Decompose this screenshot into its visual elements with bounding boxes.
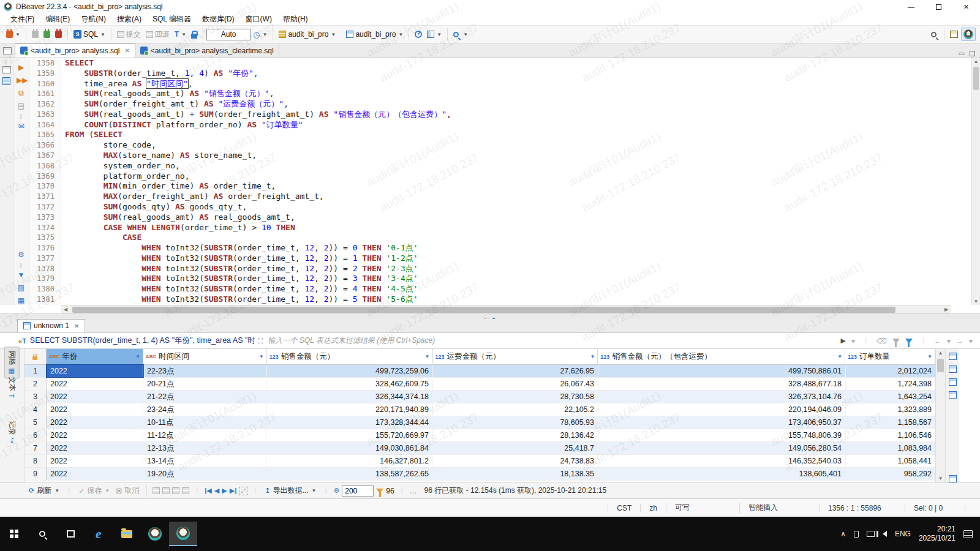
export-data-button[interactable]: ↥导出数据...▼ [263, 485, 318, 497]
file-explorer-button[interactable] [113, 522, 141, 546]
table-cell[interactable]: 146,352,540.03 [598, 455, 846, 467]
panel-value-viewer-icon[interactable] [949, 353, 957, 360]
table-cell[interactable]: 26,067.43 [433, 378, 598, 390]
connection-combo[interactable]: audit_bi_pro▼ [277, 29, 337, 40]
results-tab[interactable]: unknown 1 ✕ [17, 319, 85, 332]
code-line[interactable]: 1380 WHEN toInt32(SUBSTR(order_time_t, 1… [29, 284, 971, 294]
back-arrow-icon[interactable]: ← [934, 337, 941, 345]
menu-item[interactable]: SQL 编辑器 [147, 13, 197, 26]
table-cell[interactable]: 28,730.58 [433, 391, 598, 403]
next-row-icon[interactable]: ▶ [222, 487, 227, 495]
caret-position[interactable]: 1356 : 1 : 55896 [819, 504, 905, 512]
insert-mode-indicator[interactable]: 智能插入 [739, 503, 819, 513]
table-cell[interactable]: 499,750,886.01 [598, 365, 846, 377]
table-cell[interactable]: 155,748,806.39 [598, 429, 846, 441]
table-cell[interactable]: 22,105.2 [433, 403, 598, 416]
code-line[interactable]: 1371 MAX(order_freight_amt) AS order_fre… [29, 192, 971, 202]
explain-plan-icon[interactable]: ▤ [17, 102, 26, 110]
column-header[interactable]: ABC年份▼ [47, 349, 143, 364]
add-row-icon[interactable] [153, 487, 160, 494]
goto-row-icon[interactable]: ⤢ [239, 487, 247, 495]
start-button[interactable] [0, 522, 28, 546]
row-number[interactable]: 5 [24, 416, 47, 429]
delete-row-icon[interactable] [172, 487, 179, 494]
column-filter-arrow-icon[interactable]: ▼ [837, 354, 842, 359]
table-cell[interactable]: 1,643,254 [846, 391, 936, 403]
row-number[interactable]: 3 [24, 391, 47, 403]
table-row[interactable]: 7202212-13点149,030,861.8425,418.7149,056… [24, 442, 935, 455]
table-cell[interactable]: 13-14点 [143, 455, 267, 467]
tray-expand-chevron-icon[interactable]: ∧ [840, 530, 846, 538]
menu-item[interactable]: 导航(N) [75, 13, 111, 26]
fetch-size-input[interactable] [342, 485, 374, 497]
code-area[interactable]: 1358SELECT1359 SUBSTR(order_time_t, 1, 4… [29, 58, 971, 305]
maximize-button[interactable] [925, 0, 952, 13]
table-row[interactable]: 8202213-14点146,327,801.224,738.83146,352… [24, 455, 935, 468]
taskbar-search-button[interactable] [28, 522, 56, 546]
menu-item[interactable]: 编辑(E) [40, 13, 75, 26]
table-cell[interactable]: 2022 [47, 468, 143, 480]
expand-filter-icon[interactable]: ⛶ [258, 337, 263, 345]
table-cell[interactable]: 2022 [47, 403, 143, 416]
menu-item[interactable]: 搜索(A) [111, 13, 147, 26]
reconnect-button[interactable] [42, 29, 52, 39]
sql-editor-button[interactable]: SSQL▼ [72, 29, 107, 40]
code-line[interactable]: 1378 WHEN toInt32(SUBSTR(order_time_t, 1… [29, 264, 971, 274]
table-cell[interactable]: 326,344,374.18 [267, 391, 433, 403]
table-cell[interactable]: 149,030,861.84 [267, 442, 433, 454]
apply-filter-icon[interactable]: ▶ [840, 337, 845, 345]
forward-arrow-icon[interactable]: → [956, 337, 963, 345]
column-header[interactable]: 123销售金额（元）▼ [267, 349, 433, 364]
code-line[interactable]: 1375 CASE [29, 233, 971, 243]
code-line[interactable]: 1360 time_area AS "时间区间", [29, 79, 971, 89]
editor-tab[interactable]: <audit_bi_pro> analysis_cleartime.sql [135, 43, 279, 58]
code-line[interactable]: 1365FROM (SELECT [29, 130, 971, 140]
results-view-tab-text[interactable]: 文本T [5, 373, 19, 402]
row-number[interactable]: 1 [24, 365, 47, 377]
table-cell[interactable]: 138,587,262.65 [267, 468, 433, 480]
save-button[interactable]: ✓保存▼ [77, 485, 111, 497]
close-icon[interactable]: ✕ [124, 47, 129, 54]
code-line[interactable]: 1359 SUBSTR(order_time_t, 1, 4) AS "年份", [29, 69, 971, 79]
row-number[interactable]: 4 [24, 403, 47, 416]
code-line[interactable]: 1362 SUM(order_freight_amt_t) AS "运费金额（元… [29, 99, 971, 110]
close-icon[interactable]: ✕ [74, 323, 79, 329]
save-filter-icon[interactable] [892, 339, 900, 343]
table-cell[interactable]: 78,605.93 [433, 416, 598, 429]
compare-button[interactable]: ▼ [425, 29, 443, 39]
new-connection-button[interactable]: ▼ [4, 29, 22, 39]
maximize-view-icon[interactable] [970, 50, 975, 58]
column-header[interactable]: ABC时间区间▼ [143, 349, 267, 364]
lock-button[interactable] [189, 29, 199, 40]
table-cell[interactable]: 27,626.95 [433, 365, 598, 377]
menu-item[interactable]: 文件(F) [5, 13, 40, 26]
code-line[interactable]: 1374 CASE WHEN LENGTH(order_time_t) > 10… [29, 223, 971, 233]
internet-explorer-button[interactable]: e [85, 522, 113, 546]
panel-references-icon[interactable] [949, 378, 957, 386]
task-view-button[interactable] [56, 522, 85, 546]
code-line[interactable]: 1358SELECT [29, 58, 971, 69]
code-line[interactable]: 1361 SUM(real_goods_amt_t) AS "销售金额（元）", [29, 89, 971, 99]
network-tray-icon[interactable] [867, 531, 875, 537]
quick-search-button[interactable] [929, 31, 940, 39]
menu-item[interactable]: 窗口(W) [240, 13, 277, 26]
code-line[interactable]: 1363 SUM(real_goods_amt_t) + SUM(order_f… [29, 110, 971, 120]
column-filter-arrow-icon[interactable]: ▼ [590, 354, 595, 359]
action-center-icon[interactable] [963, 530, 973, 538]
tx-history-button[interactable]: ◷▼ [251, 29, 269, 40]
script-file-icon[interactable]: ▧ [17, 283, 26, 292]
row-number[interactable]: 9 [24, 468, 47, 480]
perspective-button[interactable] [948, 29, 960, 39]
cancel-button[interactable]: ⊠取消 [114, 485, 141, 497]
row-number[interactable]: 2 [24, 378, 47, 390]
rollback-button[interactable]: 回滚 [144, 28, 172, 41]
grid-corner[interactable] [24, 349, 47, 364]
editor-horizontal-scrollbar[interactable]: ◀ ▶ [61, 305, 951, 313]
back-chevron-icon[interactable]: ▾ [947, 337, 951, 345]
table-cell[interactable]: 499,723,259.06 [267, 365, 433, 377]
table-cell[interactable]: 21-22点 [143, 391, 267, 403]
table-cell[interactable]: 11-12点 [143, 429, 267, 441]
refresh-button[interactable]: ⟳刷新▼ [27, 485, 61, 497]
code-line[interactable]: 1381 WHEN toInt32(SUBSTR(order_time_t, 1… [29, 294, 971, 305]
editor-results-splitter[interactable]: ▲ ▼ [0, 313, 980, 319]
